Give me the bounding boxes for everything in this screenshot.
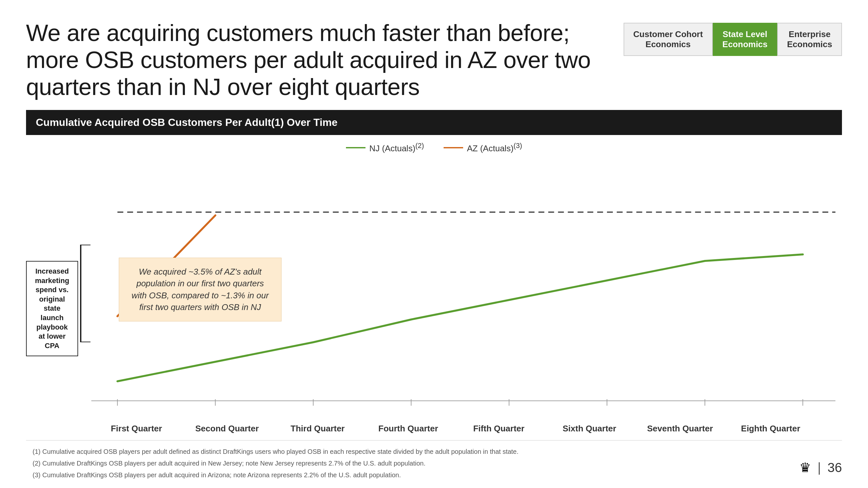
footnotes: (1) Cumulative acquired OSB players per … xyxy=(26,440,842,480)
pipe-separator: | xyxy=(817,460,821,475)
left-label: Increased marketing spend vs. original s… xyxy=(26,261,78,356)
tab-state-level[interactable]: State Level Economics xyxy=(713,23,777,56)
chart-container: Increased marketing spend vs. original s… xyxy=(26,160,842,414)
tab-enterprise[interactable]: Enterprise Economics xyxy=(777,23,842,56)
header-row: We are acquiring customers much faster t… xyxy=(26,20,842,100)
footnote-3: (3) Cumulative DraftKings OSB players pe… xyxy=(33,470,835,480)
x-axis-labels: First Quarter Second Quarter Third Quart… xyxy=(26,424,842,434)
tab-customer-cohort[interactable]: Customer Cohort Economics xyxy=(624,23,713,56)
legend-az-line xyxy=(443,147,463,148)
bracket-svg xyxy=(78,245,94,342)
chart-legend: NJ (Actuals)(2) AZ (Actuals)(3) xyxy=(26,141,842,154)
page-number-row: ♛ | 36 xyxy=(799,460,842,475)
legend-nj: NJ (Actuals)(2) xyxy=(346,141,424,154)
x-label-q1: First Quarter xyxy=(91,424,182,434)
legend-nj-line xyxy=(346,147,366,148)
footnote-2: (2) Cumulative DraftKings OSB players pe… xyxy=(33,459,835,468)
page-number: 36 xyxy=(828,460,842,475)
page: We are acquiring customers much faster t… xyxy=(0,0,868,488)
nav-tabs: Customer Cohort Economics State Level Ec… xyxy=(624,23,842,56)
x-label-q3: Third Quarter xyxy=(272,424,363,434)
crown-icon: ♛ xyxy=(799,460,811,475)
annotation-box: We acquired ~3.5% of AZ's adult populati… xyxy=(119,258,281,321)
x-label-q7: Seventh Quarter xyxy=(634,424,725,434)
x-label-q8: Eighth Quarter xyxy=(725,424,816,434)
chart-section-title: Cumulative Acquired OSB Customers Per Ad… xyxy=(26,110,842,135)
x-label-q4: Fourth Quarter xyxy=(363,424,453,434)
legend-az: AZ (Actuals)(3) xyxy=(443,141,522,154)
x-label-q5: Fifth Quarter xyxy=(454,424,544,434)
footnote-1: (1) Cumulative acquired OSB players per … xyxy=(33,447,835,456)
page-title: We are acquiring customers much faster t… xyxy=(26,20,596,100)
legend-az-label: AZ (Actuals)(3) xyxy=(467,141,522,154)
x-label-q2: Second Quarter xyxy=(182,424,272,434)
x-label-q6: Sixth Quarter xyxy=(544,424,634,434)
legend-nj-label: NJ (Actuals)(2) xyxy=(369,141,424,154)
